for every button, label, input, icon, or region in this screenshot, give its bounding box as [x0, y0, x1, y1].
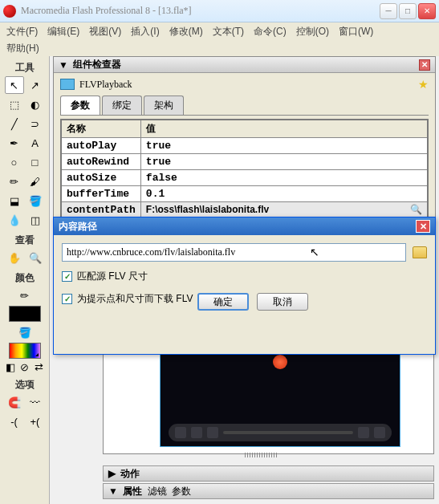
- params-label: 参数: [172, 485, 191, 498]
- menu-commands[interactable]: 命令(C): [250, 23, 290, 40]
- oval-tool[interactable]: ○: [5, 153, 24, 171]
- menubar-row2: 帮助(H): [0, 40, 439, 56]
- menubar: 文件(F) 编辑(E) 视图(V) 插入(I) 修改(M) 文本(T) 命令(C…: [0, 22, 439, 40]
- eyedropper-tool[interactable]: 💧: [5, 211, 24, 229]
- pen-tool[interactable]: ✒: [5, 134, 24, 152]
- content-path-dialog: 内容路径 ✕ ✓ 匹配源 FLV 尺寸 ✓ 为提示点和尺寸而下载 FLV 确定: [53, 217, 436, 355]
- maximize-button[interactable]: □: [399, 3, 417, 19]
- rectangle-tool[interactable]: □: [26, 153, 45, 171]
- menu-help[interactable]: 帮助(H): [6, 42, 39, 55]
- zoom-tool[interactable]: 🔍: [26, 249, 45, 266]
- fill-color[interactable]: [9, 343, 41, 359]
- menu-modify[interactable]: 修改(M): [166, 23, 206, 40]
- eraser-tool[interactable]: ◫: [26, 211, 45, 229]
- smooth-tool[interactable]: 〰: [26, 393, 45, 411]
- snap-tool[interactable]: 🧲: [5, 393, 24, 411]
- close-button[interactable]: ✕: [418, 3, 436, 19]
- pencil-tool[interactable]: ✏: [5, 173, 24, 190]
- header-value: 值: [140, 120, 428, 138]
- black-white-button[interactable]: ◧: [4, 360, 17, 373]
- fullscreen-button[interactable]: [374, 427, 385, 438]
- panel-grip[interactable]: [245, 453, 277, 457]
- inspector-close-button[interactable]: ✕: [419, 59, 430, 71]
- match-source-label: 匹配源 FLV 尺寸: [77, 270, 148, 283]
- selection-tool[interactable]: ↖: [5, 76, 24, 94]
- flv-player-instance[interactable]: [160, 351, 400, 447]
- component-icon: [60, 79, 75, 90]
- prev-button[interactable]: [191, 427, 202, 438]
- toolbox-colors-label: 颜色: [15, 271, 35, 285]
- menu-control[interactable]: 控制(O): [293, 23, 332, 40]
- download-flv-label: 为提示点和尺寸而下载 FLV: [77, 292, 193, 306]
- app-icon: [3, 5, 16, 18]
- menu-text[interactable]: 文本(T): [209, 23, 247, 40]
- hand-tool[interactable]: ✋: [5, 249, 24, 266]
- no-color-button[interactable]: ⊘: [18, 360, 31, 373]
- flash-logo-icon: [273, 355, 287, 369]
- dialog-title-text: 内容路径: [59, 220, 97, 234]
- paint-bucket-tool[interactable]: 🪣: [26, 192, 45, 209]
- actions-label: 动作: [120, 467, 140, 481]
- collapse-icon: ▼: [108, 486, 118, 497]
- header-name: 名称: [61, 120, 140, 138]
- stage[interactable]: [103, 350, 434, 454]
- video-controls: [169, 424, 392, 441]
- option-tool[interactable]: +(: [26, 413, 45, 430]
- menu-view[interactable]: 视图(V): [86, 23, 124, 40]
- content-path-input[interactable]: [62, 243, 406, 262]
- actions-panel-header[interactable]: ▶ 动作: [103, 465, 434, 482]
- window-title: Macromedia Flash Professional 8 - [13.fl…: [21, 5, 380, 17]
- toolbox-options-label: 选项: [15, 378, 35, 392]
- tab-params[interactable]: 参数: [60, 96, 100, 115]
- table-row: autoSizefalse: [61, 170, 428, 186]
- stroke-color[interactable]: [9, 306, 41, 322]
- dialog-titlebar[interactable]: 内容路径 ✕: [54, 217, 435, 235]
- filters-label: 滤镜: [148, 485, 167, 498]
- ink-bottle-tool[interactable]: ⬓: [5, 192, 24, 209]
- cancel-button[interactable]: 取消: [257, 293, 308, 311]
- next-button[interactable]: [207, 427, 218, 438]
- volume-button[interactable]: [358, 427, 369, 438]
- toolbox-tools-label: 工具: [15, 61, 35, 75]
- menu-window[interactable]: 窗口(W): [335, 23, 376, 40]
- straighten-tool[interactable]: -(: [5, 413, 24, 430]
- table-row: autoPlaytrue: [61, 138, 428, 154]
- tab-schema[interactable]: 架构: [144, 96, 184, 115]
- fill-color-icon: 🪣: [15, 323, 35, 341]
- free-transform-tool[interactable]: ⬚: [5, 96, 24, 113]
- expand-icon: ▶: [108, 468, 116, 479]
- component-name: FLVPlayback: [79, 79, 132, 91]
- menu-edit[interactable]: 编辑(E): [44, 23, 83, 40]
- browse-icon[interactable]: 🔍: [410, 204, 422, 215]
- line-tool[interactable]: ╱: [5, 115, 24, 132]
- table-row-selected: contentPathF:\oss\flash\laislabonita.flv…: [61, 202, 428, 218]
- dialog-close-button[interactable]: ✕: [416, 220, 430, 233]
- text-tool[interactable]: A: [26, 134, 45, 152]
- inspector-titlebar[interactable]: ▼ 组件检查器 ✕: [54, 57, 435, 73]
- minimize-button[interactable]: ─: [380, 3, 397, 19]
- collapse-icon: ▼: [59, 59, 68, 71]
- menu-insert[interactable]: 插入(I): [128, 23, 162, 40]
- toolbox-view-label: 查看: [15, 234, 35, 247]
- match-source-checkbox[interactable]: ✓: [62, 271, 72, 282]
- seek-bar[interactable]: [223, 431, 353, 434]
- play-button[interactable]: [175, 427, 186, 438]
- swap-colors-button[interactable]: ⇄: [33, 360, 46, 373]
- stroke-color-icon: ✏: [15, 287, 35, 304]
- favorite-icon[interactable]: ★: [418, 78, 429, 91]
- tab-bind[interactable]: 绑定: [102, 96, 142, 115]
- brush-tool[interactable]: 🖌: [26, 173, 45, 190]
- table-row: autoRewindtrue: [61, 154, 428, 170]
- menu-file[interactable]: 文件(F): [3, 23, 41, 40]
- properties-panel-header[interactable]: ▼ 属性 滤镜 参数: [103, 483, 434, 499]
- ok-button[interactable]: 确定: [197, 293, 249, 311]
- window-titlebar: Macromedia Flash Professional 8 - [13.fl…: [0, 0, 439, 22]
- browse-folder-icon[interactable]: [413, 246, 427, 258]
- lasso-tool[interactable]: ⊃: [26, 115, 45, 132]
- gradient-tool[interactable]: ◐: [26, 96, 45, 113]
- properties-label: 属性: [123, 485, 142, 498]
- subselection-tool[interactable]: ↗: [26, 76, 45, 94]
- inspector-title-text: 组件检查器: [73, 58, 121, 71]
- toolbox: 工具 ↖ ↗ ⬚ ◐ ╱ ⊃ ✒ A ○ □ ✏ 🖌 ⬓ 🪣 💧 ◫ 查看 ✋ …: [0, 56, 50, 504]
- download-flv-checkbox[interactable]: ✓: [62, 294, 72, 304]
